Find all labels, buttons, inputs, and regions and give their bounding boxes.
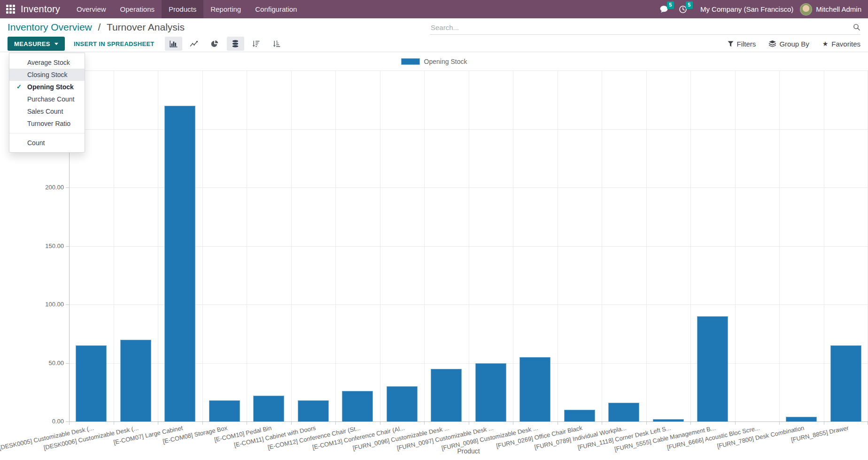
x-axis-line [69,421,868,422]
y-tick-mark [66,421,69,422]
filter-funnel-icon [728,41,734,47]
measures-menu-item-label: Purchase Count [27,95,74,103]
top-menu-item-overview[interactable]: Overview [70,0,113,18]
top-menu-item-reporting[interactable]: Reporting [203,0,248,18]
measures-menu-item-label: Opening Stock [27,83,74,91]
x-gridline [247,70,247,421]
top-menu-item-products[interactable]: Products [162,0,203,18]
bar-chart-icon [170,40,178,47]
check-icon: ✓ [16,83,22,90]
measures-menu-item-opening-stock[interactable]: ✓Opening Stock [9,81,85,93]
top-menu-item-configuration[interactable]: Configuration [248,0,304,18]
y-tick-label: 150.00 [0,242,64,250]
control-panel-top: Inventory Overview / Turnover Analysis [0,18,868,36]
x-tick-mark [69,422,70,425]
x-tick-mark [158,422,158,425]
x-tick-mark [735,422,736,425]
search-bar [430,20,860,35]
x-gridline [646,70,647,421]
app-name[interactable]: Inventory [21,0,60,18]
stacked-toggle-button[interactable] [227,37,244,51]
y-tick-mark [66,363,69,364]
bar-furn-0789-individual-workpla [608,403,639,421]
bar-furn-7800-desk-combination [786,417,817,421]
measures-menu-item-label: Turnover Ratio [27,120,70,127]
insert-in-spreadsheet-button[interactable]: INSERT IN SPREADSHEET [74,40,155,47]
filters-button[interactable]: Filters [728,40,756,48]
x-gridline [779,70,780,421]
measures-dropdown: Average StockClosing Stock✓Opening Stock… [9,53,85,153]
breadcrumb: Inventory Overview / Turnover Analysis [8,22,185,33]
favorites-button[interactable]: ★ Favorites [822,40,860,48]
inventory-app-screen: Opening Stock Product 0.0050.00100.00150… [0,0,868,460]
measures-menu-item-label: Count [27,139,45,147]
measures-menu-item-count[interactable]: Count [9,137,85,149]
bar-e-com12-conference-chair-st [342,391,373,421]
measures-menu-item-purchase-count[interactable]: Purchase Count [9,93,85,105]
search-icon[interactable] [853,23,860,31]
line-chart-button[interactable] [186,37,203,51]
x-gridline [335,70,336,421]
x-gridline [469,70,469,421]
breadcrumb-parent-link[interactable]: Inventory Overview [8,22,92,32]
x-tick-mark [335,422,336,425]
bar-chart-button[interactable] [165,37,182,51]
x-tick-mark [558,422,558,425]
x-axis-title: Product [69,447,868,455]
x-gridline [690,70,691,421]
x-tick-mark [114,422,114,425]
bar-furn-0097-customizable-desk [475,363,506,422]
company-switcher[interactable]: My Company (San Francisco) [700,5,793,13]
measures-menu-item-turnover-ratio[interactable]: Turnover Ratio [9,117,85,130]
x-tick-mark [469,422,469,425]
measures-menu-item-sales-count[interactable]: Sales Count [9,105,85,117]
legend-color-swatch [401,58,420,65]
top-menu: OverviewOperationsProductsReportingConfi… [70,0,304,18]
search-input[interactable] [430,23,853,32]
control-panel-toolbar: MEASURES INSERT IN SPREADSHEET [0,36,868,52]
top-menu-item-operations[interactable]: Operations [113,0,162,18]
x-gridline [558,70,558,421]
group-by-button[interactable]: Group By [769,40,809,48]
x-gridline [735,70,736,421]
chart-type-switcher [165,37,286,51]
sort-ascending-icon [273,40,280,47]
sort-descending-icon [252,40,260,47]
x-gridline [602,70,602,421]
x-gridline [158,70,158,421]
measures-menu-item-closing-stock[interactable]: Closing Stock [9,69,85,81]
pie-chart-button[interactable] [206,37,224,51]
x-tick-mark [247,422,247,425]
x-gridline [424,70,425,421]
sort-descending-button[interactable] [248,37,265,51]
breadcrumb-separator: / [98,22,101,32]
x-tick-mark [513,422,513,425]
sort-ascending-button[interactable] [268,37,286,51]
legend-item-opening-stock[interactable]: Opening Stock [0,58,868,65]
measures-menu-item-average-stock[interactable]: Average Stock [9,56,85,69]
pie-chart-icon [211,40,218,47]
top-navbar: Inventory OverviewOperationsProductsRepo… [0,0,868,18]
stacked-icon [232,40,239,47]
y-tick-mark [66,187,69,188]
bar-furn-5555-cable-management-b [697,316,728,421]
y-tick-mark [66,246,69,247]
x-gridline [114,70,114,421]
search-options: Filters Group By ★ Favorites [728,40,860,48]
measures-menu-item-label: Closing Stock [27,71,68,78]
apps-menu-button[interactable] [0,0,21,18]
activities-button[interactable]: 5 [677,3,689,16]
x-tick-mark [424,422,425,425]
x-tick-mark [646,422,647,425]
y-tick-label: 100.00 [0,301,64,308]
user-menu[interactable]: Mitchell Admin [800,3,861,16]
x-gridline [513,70,513,421]
x-tick-mark [690,422,691,425]
x-tick-mark [779,422,780,425]
bar-e-com08-storage-box [209,400,240,421]
turnover-bar-chart: Opening Stock Product 0.0050.00100.00150… [0,0,868,460]
chevron-down-icon [54,43,58,45]
measures-button[interactable]: MEASURES [8,37,65,51]
messages-button[interactable]: 5 [658,3,670,16]
x-tick-mark [291,422,292,425]
